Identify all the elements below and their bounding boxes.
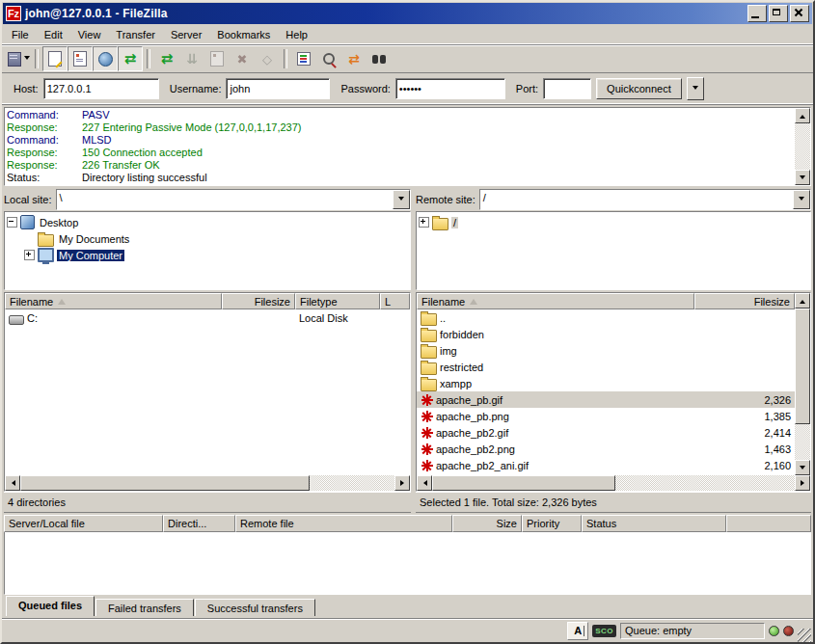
remote-row[interactable]: apache_pb2_ani.gif 2,160 <box>417 457 795 473</box>
menu-view[interactable]: View <box>70 27 109 42</box>
quickconnect-dropdown-button[interactable] <box>687 77 704 100</box>
column-filename[interactable]: Filename <box>5 293 222 309</box>
remote-row[interactable]: apache_pb2.png 1,463 <box>417 441 795 457</box>
scroll-right-button[interactable] <box>795 475 810 491</box>
scrollbar-thumb[interactable] <box>432 475 615 491</box>
tab-failed-transfers[interactable]: Failed transfers <box>95 599 194 616</box>
cancel-operation-button[interactable] <box>204 46 230 71</box>
chevron-down-icon <box>398 197 404 203</box>
column-priority[interactable]: Priority <box>522 515 582 532</box>
arrow-down-icon <box>800 466 805 472</box>
column-filetype[interactable]: Filetype <box>295 293 380 309</box>
reconnect-button[interactable]: ◇ <box>255 46 280 71</box>
menu-edit[interactable]: Edit <box>37 27 70 42</box>
scroll-up-button[interactable] <box>795 108 810 123</box>
password-input[interactable] <box>395 78 505 99</box>
log-line: Command:MLSD <box>7 134 793 147</box>
expand-icon[interactable] <box>24 250 35 260</box>
expand-icon[interactable] <box>419 217 429 228</box>
remote-row-selected[interactable]: apache_pb.gif 2,326 <box>417 391 795 408</box>
log-scrollbar[interactable] <box>795 108 810 185</box>
tree-item-my-documents[interactable]: My Documents <box>24 230 408 247</box>
remote-vscrollbar[interactable] <box>795 293 810 475</box>
toggle-remote-tree-button[interactable] <box>93 46 118 71</box>
column-status[interactable]: Status <box>582 515 726 532</box>
scroll-right-button[interactable] <box>394 475 410 491</box>
toggle-local-tree-button[interactable] <box>68 46 93 71</box>
column-filesize[interactable]: Filesize <box>694 293 795 309</box>
remote-row[interactable]: img <box>417 342 795 359</box>
tree-item-my-computer[interactable]: My Computer <box>24 247 408 263</box>
filter-button[interactable] <box>291 46 316 71</box>
remote-row[interactable]: xampp <box>417 375 795 391</box>
scroll-up-button[interactable] <box>795 293 810 309</box>
log-line: Status:Directory listing successful <box>7 172 793 184</box>
column-server-local-file[interactable]: Server/Local file <box>4 515 163 532</box>
local-rows: C: Local Disk <box>5 309 410 475</box>
remote-row[interactable]: apache_pb2.gif 2,414 <box>417 424 795 441</box>
sort-ascending-icon <box>470 295 477 305</box>
compare-button[interactable] <box>316 46 341 71</box>
close-button[interactable] <box>790 5 809 22</box>
resize-grip[interactable] <box>798 629 811 642</box>
username-input[interactable] <box>226 78 330 99</box>
scroll-down-button[interactable] <box>795 460 810 475</box>
remote-hscrollbar[interactable] <box>417 475 810 491</box>
menu-server[interactable]: Server <box>163 27 209 42</box>
toolbar-separator <box>35 49 39 68</box>
column-last-modified[interactable]: L <box>380 293 410 309</box>
refresh-button[interactable]: ⇄ <box>154 46 179 71</box>
quickconnect-button[interactable]: Quickconnect <box>596 78 682 99</box>
scroll-left-button[interactable] <box>417 475 432 491</box>
folder-icon <box>421 313 437 326</box>
remote-row[interactable]: apache_pb.png 1,385 <box>417 408 795 424</box>
column-size[interactable]: Size <box>452 515 522 532</box>
column-direction[interactable]: Directi... <box>163 515 235 532</box>
local-row-c-drive[interactable]: C: Local Disk <box>5 309 410 326</box>
sort-ascending-icon <box>58 295 66 305</box>
host-input[interactable] <box>43 78 159 99</box>
title-bar[interactable]: Fz john@127.0.0.1 - FileZilla <box>3 3 812 24</box>
local-hscrollbar[interactable] <box>5 475 410 491</box>
minimize-button[interactable] <box>747 5 767 22</box>
tab-successful-transfers[interactable]: Successful transfers <box>195 599 315 616</box>
sync-browsing-button[interactable]: ⇄ <box>341 46 367 71</box>
tree-item-desktop[interactable]: Desktop <box>7 214 408 230</box>
toggle-message-log-button[interactable] <box>42 46 68 71</box>
remote-site-dropdown-button[interactable] <box>793 190 810 209</box>
scroll-down-button[interactable] <box>795 170 810 185</box>
filezilla-window: Fz john@127.0.0.1 - FileZilla File Edit … <box>0 0 815 644</box>
local-site-dropdown-button[interactable] <box>393 190 410 209</box>
maximize-button[interactable] <box>769 5 788 22</box>
process-queue-button[interactable]: ⇊ <box>179 46 204 71</box>
arrow-left-icon <box>421 480 427 486</box>
column-remote-file[interactable]: Remote file <box>235 515 452 532</box>
remote-site-combobox[interactable]: / <box>479 189 811 210</box>
local-site-combobox[interactable]: \ <box>56 189 411 210</box>
search-binoculars-icon <box>372 55 386 64</box>
collapse-icon[interactable] <box>7 217 17 228</box>
menu-help[interactable]: Help <box>278 27 315 42</box>
disconnect-button[interactable]: ✖ <box>230 46 255 71</box>
search-button[interactable] <box>367 46 392 71</box>
column-filename[interactable]: Filename <box>417 293 694 309</box>
remote-row[interactable]: .. <box>417 309 795 326</box>
scrollbar-thumb[interactable] <box>795 309 810 424</box>
scroll-left-button[interactable] <box>5 475 20 491</box>
remote-row[interactable]: forbidden <box>417 326 795 342</box>
tree-item-root[interactable]: / <box>419 214 808 230</box>
menu-file[interactable]: File <box>4 27 37 42</box>
site-manager-button[interactable] <box>6 46 31 71</box>
remote-row[interactable]: restricted <box>417 359 795 375</box>
tab-queued-files[interactable]: Queued files <box>6 596 95 616</box>
menu-bookmarks[interactable]: Bookmarks <box>209 27 278 42</box>
menu-transfer[interactable]: Transfer <box>108 27 163 42</box>
window-title: john@127.0.0.1 - FileZilla <box>25 7 746 20</box>
scrollbar-thumb[interactable] <box>20 475 310 491</box>
toggle-queue-button[interactable]: ⇄ <box>118 46 143 71</box>
port-input[interactable] <box>543 78 591 99</box>
maximize-icon <box>773 9 780 15</box>
remote-tree: / <box>416 211 811 290</box>
column-filesize[interactable]: Filesize <box>222 293 295 309</box>
queue-body[interactable] <box>4 532 811 595</box>
